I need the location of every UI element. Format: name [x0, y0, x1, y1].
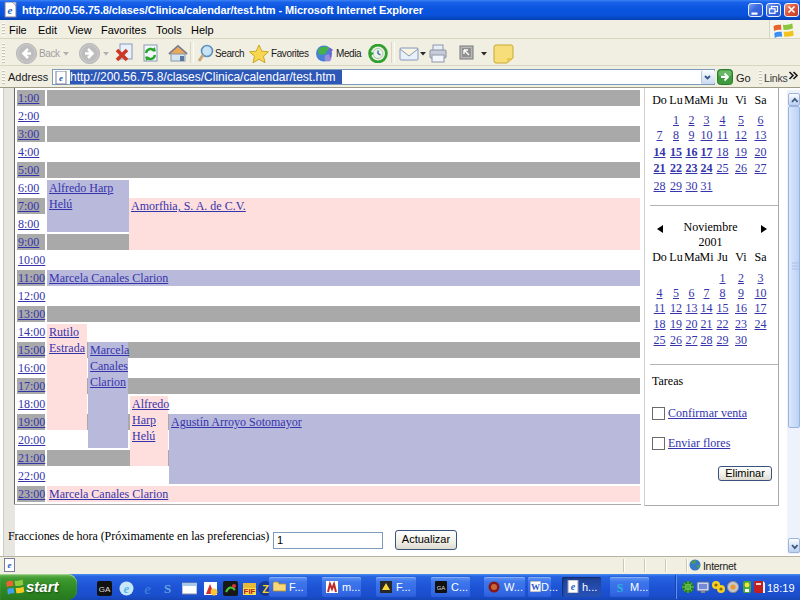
svg-text:e: e — [571, 581, 576, 592]
svg-text:S: S — [617, 581, 624, 593]
svg-text:FIF: FIF — [244, 587, 256, 596]
svg-text:GA: GA — [437, 585, 446, 591]
svg-text:W: W — [531, 582, 540, 592]
svg-text:S: S — [164, 581, 171, 596]
svg-text:e: e — [8, 4, 13, 16]
svg-text:e: e — [124, 581, 130, 596]
svg-text:e: e — [144, 581, 151, 596]
svg-text:GA: GA — [99, 585, 111, 594]
svg-text:e: e — [59, 73, 63, 83]
svg-text:e: e — [8, 560, 12, 570]
